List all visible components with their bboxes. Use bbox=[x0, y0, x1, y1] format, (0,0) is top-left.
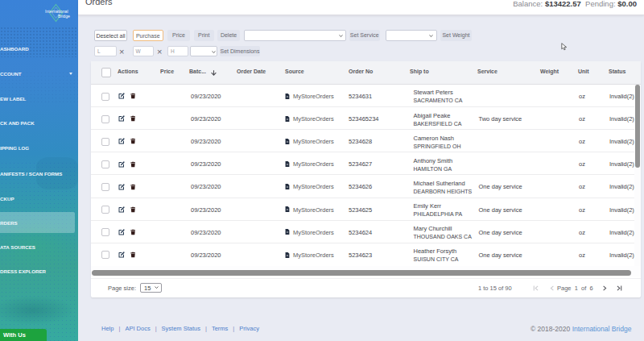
svg-text:Bridge: Bridge bbox=[58, 14, 70, 19]
